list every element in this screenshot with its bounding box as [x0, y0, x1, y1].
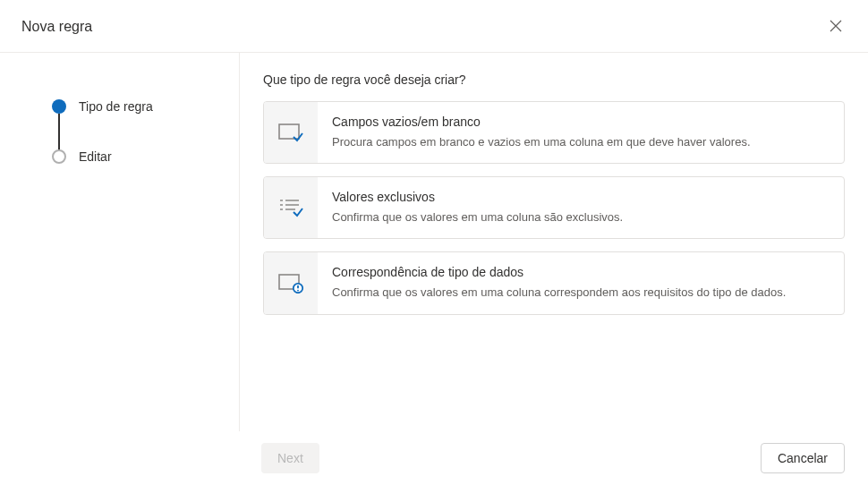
option-title: Campos vazios/em branco	[332, 115, 830, 129]
option-valores-exclusivos[interactable]: Valores exclusivos Confirma que os valor…	[263, 176, 845, 239]
option-desc: Procura campos em branco e vazios em uma…	[332, 134, 830, 150]
step-tipo-de-regra[interactable]: Tipo de regra	[52, 99, 217, 114]
option-desc: Confirma que os valores em uma coluna co…	[332, 285, 830, 301]
dialog-footer: Next Cancelar	[0, 431, 868, 485]
dialog-body: Tipo de regra Editar Que tipo de regra v…	[0, 53, 868, 440]
prompt-text: Que tipo de regra você deseja criar?	[263, 72, 845, 87]
option-title: Correspondência de tipo de dados	[332, 265, 830, 279]
next-button[interactable]: Next	[261, 443, 319, 473]
unique-values-icon	[264, 177, 318, 238]
svg-rect-0	[279, 124, 299, 139]
step-label: Editar	[79, 149, 112, 164]
close-icon	[830, 20, 842, 35]
type-match-icon	[264, 252, 318, 313]
option-campos-vazios[interactable]: Campos vazios/em branco Procura campos e…	[263, 101, 845, 164]
option-desc: Confirma que os valores em uma coluna sã…	[332, 209, 830, 225]
step-marker-active-icon	[52, 99, 66, 114]
step-label: Tipo de regra	[79, 99, 153, 114]
cancel-button[interactable]: Cancelar	[761, 443, 845, 473]
rule-options: Campos vazios/em branco Procura campos e…	[263, 101, 845, 315]
dialog-header: Nova regra	[0, 0, 868, 53]
option-text: Campos vazios/em branco Procura campos e…	[318, 102, 844, 163]
option-title: Valores exclusivos	[332, 190, 830, 204]
dialog-title: Nova regra	[21, 19, 92, 35]
content-panel: Que tipo de regra você deseja criar? Cam…	[240, 53, 868, 440]
option-text: Correspondência de tipo de dados Confirm…	[318, 252, 844, 313]
step-editar[interactable]: Editar	[52, 149, 217, 164]
close-button[interactable]	[821, 13, 850, 41]
stepper-sidebar: Tipo de regra Editar	[0, 53, 240, 440]
option-text: Valores exclusivos Confirma que os valor…	[318, 177, 844, 238]
option-tipo-de-dados[interactable]: Correspondência de tipo de dados Confirm…	[263, 251, 845, 314]
blank-field-icon	[264, 102, 318, 163]
step-connector	[58, 114, 60, 151]
stepper: Tipo de regra Editar	[52, 99, 217, 164]
svg-point-10	[297, 290, 299, 292]
step-marker-inactive-icon	[52, 149, 66, 164]
